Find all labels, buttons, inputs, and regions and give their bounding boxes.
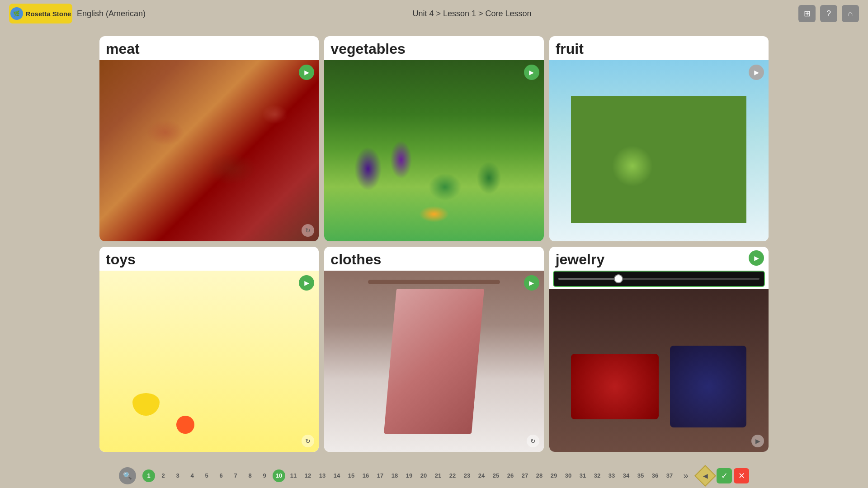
card-vegetables[interactable]: vegetables (324, 36, 543, 241)
nav-num-37[interactable]: 37 (663, 469, 676, 482)
vegetables-image (324, 60, 543, 241)
nav-num-22[interactable]: 22 (446, 469, 459, 482)
home-icon-button[interactable]: ⌂ (842, 5, 859, 22)
nav-num-8[interactable]: 8 (244, 469, 256, 482)
card-fruit-image (549, 60, 769, 241)
nav-num-13[interactable]: 13 (316, 469, 329, 482)
card-clothes-image: ↻ (324, 271, 543, 452)
fruit-image (549, 60, 769, 241)
nav-num-17[interactable]: 17 (374, 469, 387, 482)
nav-num-3[interactable]: 3 (171, 469, 184, 482)
nav-num-23[interactable]: 23 (461, 469, 473, 482)
nav-num-25[interactable]: 25 (490, 469, 502, 482)
card-fruit[interactable]: fruit (549, 36, 769, 241)
card-jewelry-label: jewelry (556, 251, 605, 268)
clothes-image (324, 271, 543, 452)
card-toys-label: toys (99, 247, 319, 271)
card-fruit-label: fruit (549, 36, 769, 60)
card-meat[interactable]: meat ↻ (99, 36, 319, 241)
clothes-scroll-button[interactable]: ↻ (527, 435, 539, 447)
card-clothes[interactable]: clothes ↻ (324, 247, 543, 452)
card-jewelry[interactable]: jewelry ▶ (549, 247, 769, 452)
nav-num-24[interactable]: 24 (475, 469, 488, 482)
rosetta-stone-icon: 🌿 (10, 7, 23, 20)
nav-prev-button[interactable]: ◀ (694, 465, 716, 486)
nav-num-32[interactable]: 32 (591, 469, 604, 482)
nav-num-1[interactable]: 1 (142, 469, 155, 482)
breadcrumb: Unit 4 > Lesson 1 > Core Lesson (146, 9, 798, 19)
nav-num-5[interactable]: 5 (200, 469, 213, 482)
nav-num-12[interactable]: 12 (302, 469, 314, 482)
nav-num-9[interactable]: 9 (258, 469, 271, 482)
logo-area: 🌿 Rosetta Stone English (American) (9, 4, 146, 23)
nav-num-35[interactable]: 35 (634, 469, 647, 482)
nav-num-36[interactable]: 36 (649, 469, 661, 482)
progress-track (558, 278, 760, 280)
fruit-sound-button[interactable] (749, 65, 764, 80)
main-content: meat ↻ vegetables fruit toys ↻ cloth (99, 27, 769, 461)
language-label: English (American) (77, 9, 146, 19)
card-jewelry-image: ▶ (549, 289, 769, 452)
header: 🌿 Rosetta Stone English (American) Unit … (0, 0, 868, 27)
clothes-sound-button[interactable] (524, 275, 539, 291)
jewelry-image (549, 289, 769, 452)
nav-more-button[interactable]: » (679, 469, 692, 482)
nav-num-33[interactable]: 33 (605, 469, 618, 482)
nav-num-16[interactable]: 16 (359, 469, 372, 482)
toys-image (99, 271, 319, 452)
jewelry-nav-right[interactable]: ▶ (751, 435, 764, 447)
logo-box[interactable]: 🌿 Rosetta Stone (9, 4, 72, 23)
nav-x-button[interactable]: ✕ (734, 468, 749, 483)
card-clothes-label: clothes (324, 247, 543, 271)
jewelry-sound-button[interactable] (749, 250, 764, 266)
progress-thumb[interactable] (614, 274, 623, 283)
grid-icon-button[interactable]: ⊞ (798, 5, 816, 22)
nav-bar: 🔍 1 2 3 4 5 6 7 8 9 10 11 12 13 14 15 16… (0, 463, 868, 488)
card-toys[interactable]: toys ↻ (99, 247, 319, 452)
zoom-button[interactable]: 🔍 (119, 467, 136, 484)
nav-num-26[interactable]: 26 (504, 469, 517, 482)
app-name: Rosetta Stone (26, 10, 71, 18)
jewelry-progress-bar[interactable] (553, 271, 765, 287)
nav-num-15[interactable]: 15 (345, 469, 358, 482)
nav-num-20[interactable]: 20 (417, 469, 430, 482)
card-toys-image: ↻ (99, 271, 319, 452)
help-icon-button[interactable]: ? (820, 5, 837, 22)
header-icons: ⊞ ? ⌂ (798, 5, 859, 22)
nav-num-28[interactable]: 28 (533, 469, 546, 482)
card-vegetables-label: vegetables (324, 36, 543, 60)
nav-num-31[interactable]: 31 (576, 469, 589, 482)
nav-num-27[interactable]: 27 (519, 469, 531, 482)
nav-num-11[interactable]: 11 (287, 469, 300, 482)
nav-num-2[interactable]: 2 (157, 469, 170, 482)
card-vegetables-image (324, 60, 543, 241)
nav-num-30[interactable]: 30 (562, 469, 575, 482)
progress-fill (558, 278, 619, 280)
nav-num-19[interactable]: 19 (403, 469, 415, 482)
nav-num-6[interactable]: 6 (215, 469, 227, 482)
nav-num-4[interactable]: 4 (186, 469, 198, 482)
nav-num-21[interactable]: 21 (432, 469, 444, 482)
nav-num-10[interactable]: 10 (273, 469, 285, 482)
nav-num-14[interactable]: 14 (330, 469, 343, 482)
nav-check-button[interactable]: ✓ (717, 468, 732, 483)
card-meat-image: ↻ (99, 60, 319, 241)
vegetables-sound-button[interactable] (524, 65, 539, 80)
nav-num-7[interactable]: 7 (229, 469, 242, 482)
nav-num-34[interactable]: 34 (620, 469, 632, 482)
nav-num-18[interactable]: 18 (388, 469, 401, 482)
card-meat-label: meat (99, 36, 319, 60)
meat-image (99, 60, 319, 241)
nav-num-29[interactable]: 29 (547, 469, 560, 482)
